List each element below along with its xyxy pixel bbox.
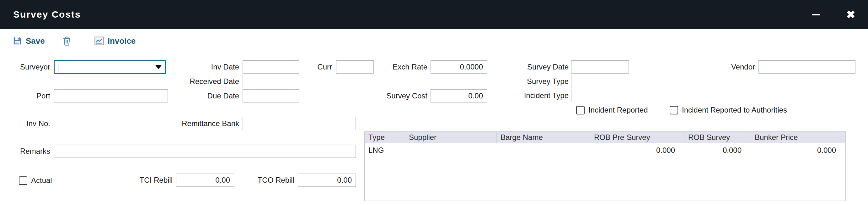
due-date-input[interactable] bbox=[243, 89, 299, 103]
due-date-label: Due Date bbox=[163, 92, 239, 100]
save-button[interactable]: Save bbox=[12, 36, 45, 46]
actual-checkbox[interactable] bbox=[19, 176, 27, 185]
column-header-rob-pre-survey[interactable]: ROB Pre-Survey bbox=[590, 132, 684, 143]
column-header-type[interactable]: Type bbox=[365, 132, 405, 143]
remarks-label: Remarks bbox=[3, 147, 50, 156]
chevron-down-icon bbox=[155, 65, 162, 69]
incident-reported-label: Incident Reported bbox=[588, 106, 648, 114]
inv-date-label: Inv Date bbox=[163, 62, 239, 71]
survey-cost-input[interactable] bbox=[431, 89, 487, 103]
vendor-input[interactable] bbox=[758, 60, 856, 74]
exch-rate-label: Exch Rate bbox=[361, 62, 427, 71]
curr-label: Curr bbox=[282, 62, 332, 71]
bunker-survey-table: Type Supplier Barge Name ROB Pre-Survey … bbox=[364, 131, 846, 201]
column-header-bunker-price[interactable]: Bunker Price bbox=[751, 132, 845, 143]
surveyor-label: Surveyor bbox=[3, 62, 50, 71]
incident-reported-checkbox[interactable] bbox=[576, 106, 585, 114]
received-date-label: Received Date bbox=[163, 77, 239, 86]
received-date-input[interactable] bbox=[243, 75, 299, 88]
remittance-bank-label: Remittance Bank bbox=[151, 119, 239, 128]
survey-date-label: Survey Date bbox=[502, 62, 569, 71]
invoice-button[interactable]: Invoice bbox=[94, 36, 136, 46]
minimize-button[interactable] bbox=[799, 0, 834, 29]
actual-label: Actual bbox=[31, 176, 52, 185]
delete-button[interactable] bbox=[62, 36, 71, 46]
vendor-label: Vendor bbox=[690, 62, 755, 71]
column-header-barge-name[interactable]: Barge Name bbox=[497, 132, 590, 143]
close-icon: ✖ bbox=[846, 9, 856, 20]
inv-no-label: Inv No. bbox=[3, 119, 50, 128]
incident-reported-authorities-checkbox[interactable] bbox=[670, 106, 678, 114]
cell-type: LNG bbox=[365, 146, 405, 155]
surveyor-dropdown[interactable] bbox=[54, 60, 166, 74]
remittance-bank-input[interactable] bbox=[243, 117, 356, 130]
table-row[interactable]: LNG 0.000 0.000 0.000 bbox=[365, 143, 845, 157]
minimize-icon bbox=[812, 14, 820, 16]
exch-rate-input[interactable] bbox=[431, 60, 487, 74]
column-header-rob-survey[interactable]: ROB Survey bbox=[684, 132, 751, 143]
port-input[interactable] bbox=[54, 89, 168, 103]
survey-costs-dialog: Survey Costs ✖ Save bbox=[0, 0, 868, 205]
close-button[interactable]: ✖ bbox=[834, 0, 868, 29]
tco-rebill-input[interactable] bbox=[298, 174, 356, 187]
tco-rebill-label: TCO Rebill bbox=[229, 176, 294, 184]
tci-rebill-input[interactable] bbox=[176, 174, 234, 187]
trash-icon bbox=[62, 36, 71, 46]
toolbar: Save Invoice bbox=[0, 29, 868, 53]
cell-bunker-price: 0.000 bbox=[751, 146, 845, 155]
remarks-input[interactable] bbox=[54, 145, 356, 158]
save-button-label: Save bbox=[26, 36, 45, 46]
page-title: Survey Costs bbox=[0, 9, 81, 20]
column-header-supplier[interactable]: Supplier bbox=[405, 132, 497, 143]
incident-type-input[interactable] bbox=[571, 89, 723, 102]
cell-rob-survey: 0.000 bbox=[684, 146, 751, 155]
survey-type-input[interactable] bbox=[571, 75, 723, 88]
incident-type-label: Incident Type bbox=[502, 91, 569, 100]
survey-type-label: Survey Type bbox=[502, 77, 569, 86]
invoice-chart-icon bbox=[94, 36, 104, 45]
inv-no-input[interactable] bbox=[54, 117, 131, 130]
survey-cost-label: Survey Cost bbox=[361, 92, 427, 100]
title-bar: Survey Costs ✖ bbox=[0, 0, 868, 29]
save-icon bbox=[12, 36, 22, 46]
tci-rebill-label: TCI Rebill bbox=[110, 176, 173, 184]
incident-reported-authorities-label: Incident Reported to Authorities bbox=[682, 106, 787, 114]
invoice-button-label: Invoice bbox=[107, 36, 136, 46]
port-label: Port bbox=[3, 92, 50, 100]
table-header-row: Type Supplier Barge Name ROB Pre-Survey … bbox=[365, 132, 845, 143]
survey-date-input[interactable] bbox=[571, 60, 629, 74]
cell-rob-pre-survey: 0.000 bbox=[590, 146, 684, 155]
text-cursor bbox=[58, 63, 58, 72]
